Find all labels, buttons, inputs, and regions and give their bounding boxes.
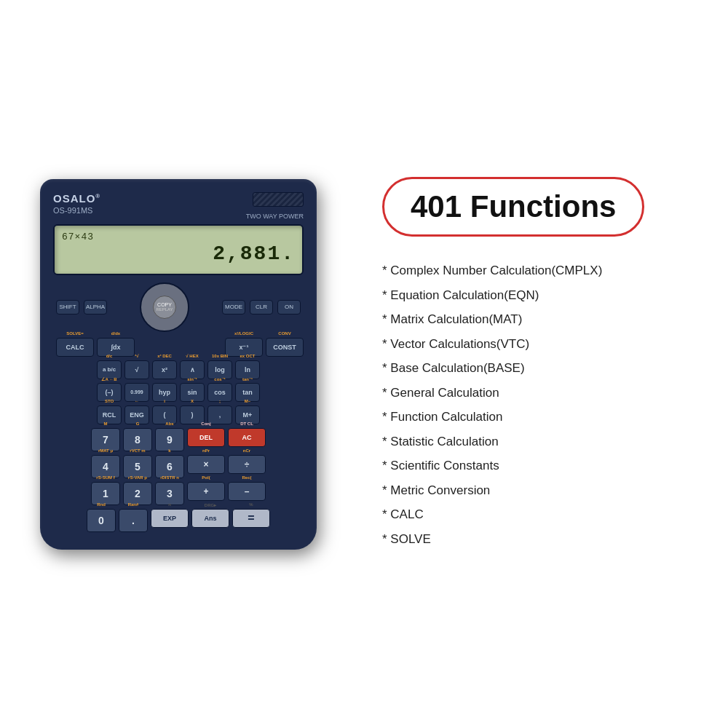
display-main-line: 2,881.	[62, 242, 295, 265]
power-label: TWO WAY POWER	[246, 213, 304, 220]
key-row-789: M 7 G 8 Abs 9 Conj DEL DT CL AC	[53, 428, 304, 451]
del-key[interactable]: Conj DEL	[187, 428, 225, 447]
feature-mat: * Matrix Calculation(MAT)	[382, 307, 673, 332]
comma-key[interactable]: ; ,	[207, 405, 232, 424]
const-key[interactable]: CONV CONST	[266, 338, 304, 357]
key-dot[interactable]: Ran# .	[119, 509, 148, 532]
nav-center: COPY REPLAY	[140, 282, 189, 332]
integral-key[interactable]: d/dx ∫dx	[97, 338, 135, 357]
nav-btn-left-group: SHIFT ALPHA	[56, 300, 107, 314]
equals-key[interactable]: % =	[232, 509, 270, 528]
feature-vtc: * Vector Calculations(VTC)	[382, 332, 673, 357]
copy-replay-button[interactable]: COPY REPLAY	[153, 296, 176, 319]
key-row-calc: SOLVE= CALC d/dx ∫dx x!/LOGIC x⁻¹ CONV C…	[53, 338, 304, 357]
feature-metric: * Metric Conversion	[382, 478, 673, 503]
square-key[interactable]: x³ DEC x²	[152, 360, 177, 379]
alpha-button[interactable]: ALPHA	[84, 300, 107, 314]
shift-button[interactable]: SHIFT	[56, 300, 79, 314]
multiply-key[interactable]: nPr ×	[187, 455, 225, 474]
feature-constants: * Scientific Constants	[382, 454, 673, 478]
calc-key[interactable]: SOLVE= CALC	[56, 338, 94, 357]
key-row-rcl: STO RCL ← ENG i ( X ) ; ,	[53, 405, 304, 424]
nav-area: SHIFT ALPHA COPY REPLAY MODE CLR ON	[53, 282, 304, 332]
calc-display: 67×43 2,881.	[53, 224, 304, 275]
features-list: * Complex Number Calculation(CMPLX) * Eq…	[382, 258, 673, 551]
brand-section: OSALO® OS-991MS	[53, 192, 100, 215]
key-row-123: rS-SUM f 1 rS-VAR p 2 rDISTR n 3 Pol( + …	[53, 482, 304, 505]
feature-general: * General Calculation	[382, 381, 673, 405]
solar-panel	[253, 192, 304, 207]
exp-key[interactable]: π EXP	[151, 509, 189, 528]
clr-button[interactable]: CLR	[250, 300, 273, 314]
nav-right-group: MODE CLR ON	[222, 300, 301, 314]
plus-key[interactable]: Pol( +	[187, 482, 225, 501]
page-container: OSALO® OS-991MS TWO WAY POWER 67×43 2,88…	[0, 0, 728, 728]
info-panel: 401 Functions * Complex Number Calculati…	[368, 162, 688, 566]
key-row-trig: ∠A ←B (–) 0.999 hyp sin⁻¹ sin cos⁻¹ cos	[53, 383, 304, 402]
calculator: OSALO® OS-991MS TWO WAY POWER 67×43 2,88…	[40, 179, 317, 550]
divide-key[interactable]: nCr ÷	[228, 455, 266, 474]
mode-button[interactable]: MODE	[222, 300, 245, 314]
feature-solve: * SOLVE	[382, 527, 673, 552]
functions-title: 401 Functions	[411, 189, 616, 223]
model-name: OS-991MS	[53, 206, 100, 215]
feature-statistic: * Statistic Calculation	[382, 430, 673, 454]
minus-key[interactable]: Rec( –	[228, 482, 266, 501]
ans-key[interactable]: DRG▸ Ans	[191, 509, 229, 528]
sqrt-key[interactable]: ³√ √	[124, 360, 149, 379]
brand-name: OSALO®	[53, 192, 100, 205]
key-row-log: d/c a b/c ³√ √ x³ DEC x² √ HEX ∧ 10x BIN	[53, 360, 304, 379]
calc-top: OSALO® OS-991MS TWO WAY POWER	[53, 192, 304, 220]
display-top-line: 67×43	[62, 232, 295, 242]
feature-eqn: * Equation Calculation(EQN)	[382, 283, 673, 308]
ac-key[interactable]: DT CL AC	[228, 428, 266, 447]
on-button[interactable]: ON	[277, 300, 301, 314]
functions-badge: 401 Functions	[382, 177, 644, 237]
key-row-0: Rnd 0 Ran# . π EXP DRG▸ Ans % =	[53, 509, 304, 532]
feature-calc: * CALC	[382, 502, 673, 527]
rcl-key[interactable]: STO RCL	[97, 405, 122, 424]
feature-function: * Function Calculation	[382, 405, 673, 430]
feature-base: * Base Calculation(BASE)	[382, 356, 673, 381]
feature-cmplx: * Complex Number Calculation(CMPLX)	[382, 258, 673, 283]
key-rows: SOLVE= CALC d/dx ∫dx x!/LOGIC x⁻¹ CONV C…	[53, 338, 304, 532]
dpad-ring[interactable]: COPY REPLAY	[140, 282, 189, 332]
key-0[interactable]: Rnd 0	[87, 509, 116, 532]
